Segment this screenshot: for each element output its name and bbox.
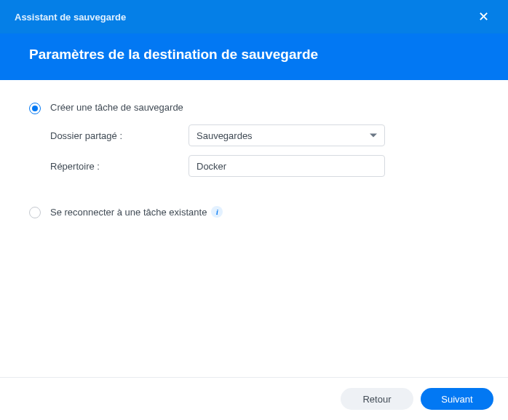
next-button[interactable]: Suivant [421, 388, 493, 410]
dialog-header: Assistant de sauvegarde ✕ Paramètres de … [0, 0, 508, 80]
row-directory: Répertoire : [50, 155, 479, 177]
page-title: Paramètres de la destination de sauvegar… [29, 47, 493, 63]
radio-group: Créer une tâche de sauvegarde Dossier pa… [29, 102, 479, 218]
close-icon[interactable]: ✕ [474, 7, 493, 26]
radio-option-reconnect: Se reconnecter à une tâche existante i [29, 206, 479, 218]
option-reconnect-body: Se reconnecter à une tâche existante i [50, 206, 479, 218]
label-shared-folder: Dossier partagé : [50, 130, 188, 141]
radio-reconnect[interactable] [29, 207, 41, 218]
header-top-bar: Assistant de sauvegarde ✕ [0, 0, 508, 33]
chevron-down-icon [370, 134, 377, 138]
radio-create[interactable] [29, 103, 41, 114]
dialog-content: Créer une tâche de sauvegarde Dossier pa… [0, 80, 508, 377]
radio-create-label: Créer une tâche de sauvegarde [50, 102, 479, 113]
header-main: Paramètres de la destination de sauvegar… [0, 33, 508, 80]
input-directory[interactable] [188, 155, 385, 177]
create-form-rows: Dossier partagé : Sauvegardes Répertoire… [50, 124, 479, 177]
info-icon[interactable]: i [211, 206, 223, 218]
option-create-body: Créer une tâche de sauvegarde Dossier pa… [50, 102, 479, 177]
back-button[interactable]: Retour [341, 388, 413, 410]
radio-option-create: Créer une tâche de sauvegarde Dossier pa… [29, 102, 479, 177]
select-shared-folder[interactable]: Sauvegardes [188, 124, 385, 146]
dialog-footer: Retour Suivant [0, 377, 508, 420]
select-shared-folder-value: Sauvegardes [197, 130, 253, 141]
label-directory: Répertoire : [50, 161, 188, 172]
row-shared-folder: Dossier partagé : Sauvegardes [50, 124, 479, 146]
radio-reconnect-label: Se reconnecter à une tâche existante i [50, 206, 479, 218]
radio-reconnect-label-text: Se reconnecter à une tâche existante [50, 207, 207, 218]
wizard-title: Assistant de sauvegarde [15, 12, 126, 23]
